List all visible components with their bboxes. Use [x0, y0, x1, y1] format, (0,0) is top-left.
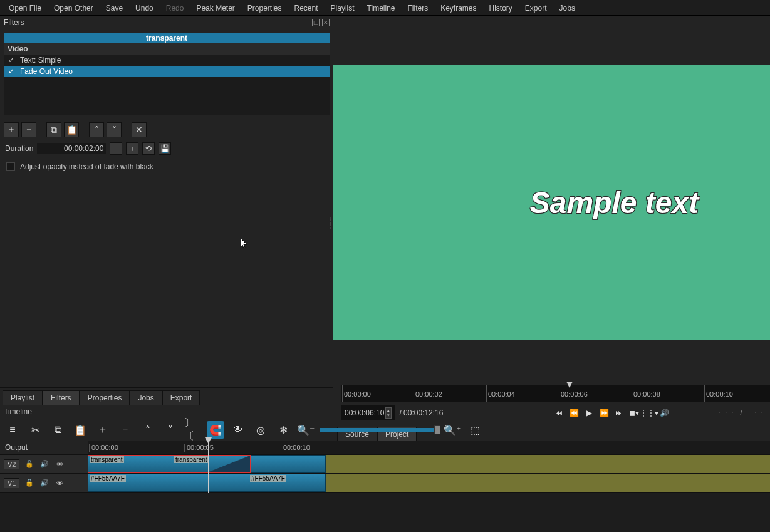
overwrite-icon[interactable]: ˅: [162, 421, 179, 439]
fade-indicator[interactable]: [207, 456, 250, 472]
timecode-current[interactable]: 00:00:06:10 ▴▾: [341, 405, 395, 420]
tab-filters[interactable]: Filters: [43, 390, 80, 405]
zoom-out-icon[interactable]: 🔍⁻: [297, 421, 315, 439]
duration-save-button[interactable]: 💾: [159, 142, 171, 155]
save-button[interactable]: Save: [100, 1, 129, 15]
preview-ruler[interactable]: 00:00:00 00:00:02 00:00:04 00:00:06 00:0…: [341, 385, 770, 402]
deselect-button[interactable]: ✕: [132, 122, 147, 137]
track-body-v2[interactable]: transparent transparent transparent: [88, 455, 770, 474]
history-button[interactable]: History: [483, 1, 519, 15]
tab-jobs[interactable]: Jobs: [130, 390, 162, 405]
paste-icon[interactable]: 📋: [71, 421, 89, 439]
lock-icon[interactable]: 🔓: [24, 459, 34, 469]
open-file-button[interactable]: Open File: [3, 1, 48, 15]
preview-video[interactable]: Sample text: [333, 65, 770, 340]
track-head-v1[interactable]: V1 🔓 🔊 👁: [0, 474, 88, 493]
undo-button[interactable]: Undo: [129, 1, 160, 15]
filter-item-label: Text: Simple: [20, 56, 61, 65]
ripple-icon[interactable]: ◎: [252, 421, 269, 439]
eye-icon[interactable]: 👁: [55, 478, 65, 488]
rewind-icon[interactable]: ⏪: [568, 407, 580, 419]
tab-playlist[interactable]: Playlist: [3, 390, 43, 405]
add-filter-button[interactable]: ＋: [4, 122, 19, 137]
cut-icon[interactable]: ✂: [26, 421, 44, 439]
timeline-clip[interactable]: transparent transparent: [88, 455, 251, 473]
ruler-tick: 00:00:06: [559, 385, 588, 402]
forward-icon[interactable]: ⏩: [598, 407, 610, 419]
move-down-button[interactable]: ˅: [107, 122, 122, 137]
export-button[interactable]: Export: [519, 1, 553, 15]
check-icon[interactable]: ✓: [8, 67, 15, 76]
timeline-button[interactable]: Timeline: [361, 1, 402, 15]
scrub-icon[interactable]: 👁: [229, 421, 247, 439]
panel-close-icon[interactable]: ✕: [322, 19, 330, 26]
append-icon[interactable]: ＋: [94, 421, 112, 439]
peak-meter-button[interactable]: Peak Meter: [190, 1, 241, 15]
opacity-row: Adjust opacity instead of fade with blac…: [0, 159, 333, 175]
tab-export[interactable]: Export: [162, 390, 200, 405]
zoom-in-icon[interactable]: 🔍⁺: [444, 421, 461, 439]
open-other-button[interactable]: Open Other: [48, 1, 100, 15]
lock-icon[interactable]: 🔓: [24, 478, 34, 488]
timeline-menu-icon[interactable]: ≡: [4, 421, 21, 439]
jobs-button[interactable]: Jobs: [553, 1, 581, 15]
eye-icon[interactable]: 👁: [55, 459, 65, 469]
opacity-checkbox[interactable]: [6, 162, 15, 171]
duration-minus-button[interactable]: －: [110, 142, 122, 155]
zoom-fit-icon[interactable]: ⬚: [466, 421, 484, 439]
filter-item[interactable]: ✓ Text: Simple: [4, 55, 330, 66]
mute-icon[interactable]: 🔊: [39, 478, 49, 488]
zoom-slider[interactable]: [320, 428, 439, 432]
left-tabs: Playlist Filters Properties Jobs Export: [0, 387, 333, 405]
clip-label: #FF55AA7F: [90, 475, 126, 482]
timeline-clip[interactable]: #FF55AA7F #FF55AA7F: [88, 474, 288, 492]
duration-plus-button[interactable]: ＋: [126, 142, 138, 155]
timeline-playhead[interactable]: [208, 441, 209, 493]
filter-item-label: Fade Out Video: [20, 67, 73, 76]
track-head-v2[interactable]: V2 🔓 🔊 👁: [0, 455, 88, 474]
volume-icon[interactable]: 🔊: [658, 407, 670, 419]
play-icon[interactable]: ▶: [583, 407, 595, 419]
filter-clip-name[interactable]: transparent: [4, 33, 330, 43]
mute-icon[interactable]: 🔊: [39, 459, 49, 469]
grid-menu-icon[interactable]: ⋮⋮▾: [643, 407, 655, 419]
remove-filter-button[interactable]: －: [21, 122, 36, 137]
remove-icon[interactable]: －: [117, 421, 134, 439]
output-row[interactable]: Output: [0, 441, 88, 455]
copy-icon[interactable]: ⧉: [49, 421, 66, 439]
move-up-button[interactable]: ˄: [89, 122, 104, 137]
ripple-all-icon[interactable]: ❄: [274, 421, 292, 439]
duration-label: Duration: [5, 144, 33, 153]
ruler-tick: 00:00:08: [632, 385, 660, 402]
filter-item[interactable]: ✓ Fade Out Video: [4, 66, 330, 77]
vertical-grip[interactable]: ┇┇┇: [329, 219, 333, 227]
timecode-spinner[interactable]: ▴▾: [385, 407, 392, 419]
main-toolbar: Open File Open Other Save Undo Redo Peak…: [0, 0, 770, 15]
properties-button[interactable]: Properties: [241, 1, 288, 15]
lift-icon[interactable]: ˄: [139, 421, 157, 439]
snap-icon[interactable]: 🧲: [207, 421, 224, 439]
track-body-v1[interactable]: #FF55AA7F #FF55AA7F: [88, 474, 770, 493]
tl-tick: 00:00:05: [184, 444, 214, 452]
redo-button[interactable]: Redo: [160, 1, 190, 15]
recent-button[interactable]: Recent: [288, 1, 325, 15]
preview-text: Sample text: [530, 185, 699, 220]
timeline-ruler[interactable]: 00:00:00 00:00:05 00:00:10: [88, 441, 770, 455]
timeline-tracks[interactable]: 00:00:00 00:00:05 00:00:10 transparent t…: [88, 441, 770, 493]
paste-filter-button[interactable]: 📋: [64, 122, 79, 137]
duration-reset-button[interactable]: ⟲: [142, 142, 155, 155]
keyframes-button[interactable]: Keyframes: [434, 1, 482, 15]
playlist-button[interactable]: Playlist: [325, 1, 361, 15]
duration-value[interactable]: 00:00:02:00: [37, 143, 106, 154]
skip-next-icon[interactable]: ⏭: [613, 407, 625, 419]
zoom-menu-icon[interactable]: ◼▾: [628, 407, 640, 419]
check-icon[interactable]: ✓: [8, 56, 15, 65]
filters-button[interactable]: Filters: [401, 1, 434, 15]
skip-prev-icon[interactable]: ⏮: [553, 407, 564, 419]
tab-properties[interactable]: Properties: [80, 390, 130, 405]
copy-filter-button[interactable]: ⧉: [46, 122, 61, 137]
split-icon[interactable]: 〕〔: [184, 421, 202, 439]
panel-float-icon[interactable]: ◫: [312, 19, 320, 26]
filter-action-row: ＋ － ⧉ 📋 ˄ ˅ ✕: [0, 118, 333, 138]
zoom-thumb[interactable]: [434, 425, 440, 434]
